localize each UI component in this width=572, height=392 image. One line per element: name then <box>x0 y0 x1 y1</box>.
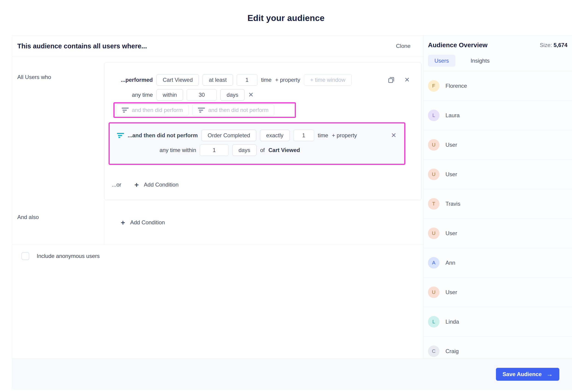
include-anonymous-checkbox[interactable] <box>21 252 29 260</box>
user-list-item[interactable]: U User <box>423 219 572 248</box>
filter-icon <box>198 107 205 113</box>
user-list: F Florence L Laura U User U User T Travi… <box>423 71 572 366</box>
window-value-input[interactable] <box>200 144 229 156</box>
time-suffix-label: time <box>318 132 328 139</box>
avatar-initial: U <box>432 289 436 295</box>
avatar-initial: T <box>432 201 435 207</box>
negative-event-select[interactable]: Order Completed <box>201 130 256 141</box>
plus-icon: + <box>121 219 125 226</box>
and-also-label: And also <box>12 200 104 245</box>
operator-select[interactable]: at least <box>203 74 233 86</box>
avatar: L <box>428 316 440 328</box>
avatar: U <box>428 286 440 298</box>
remove-condition-button[interactable]: ✕ <box>404 77 410 83</box>
user-list-item[interactable]: A Ann <box>423 248 572 278</box>
within-window-row: any time within days of Cart Viewed <box>110 144 404 156</box>
and-then-did-perform-label: and then did perform <box>132 107 183 113</box>
user-name: User <box>445 171 457 178</box>
add-property-button[interactable]: + property <box>332 132 357 139</box>
remove-subcondition-button[interactable]: ✕ <box>391 132 397 139</box>
user-list-item[interactable]: U User <box>423 278 572 307</box>
event-select[interactable]: Cart Viewed <box>157 74 199 86</box>
user-name: Travis <box>445 201 460 207</box>
user-name: User <box>445 142 457 148</box>
avatar: F <box>428 80 440 92</box>
user-list-item[interactable]: U User <box>423 160 572 189</box>
add-or-condition-button[interactable]: + Add Condition <box>134 181 178 188</box>
card-body: All Users who ...performed Cart Viewed a… <box>12 62 423 260</box>
save-audience-button[interactable]: Save Audience → <box>496 368 559 381</box>
audience-size: Size: 5,674 <box>540 42 567 48</box>
and-then-did-not-perform-button[interactable]: and then did not perform <box>192 104 274 116</box>
and-then-did-perform-button[interactable]: and then did perform <box>116 104 189 116</box>
audience-editor-page: Edit your audience This audience contain… <box>0 0 572 392</box>
did-not-perform-prefix-label: ...and then did not perform <box>128 132 198 139</box>
avatar-initial: U <box>432 142 436 148</box>
avatar: T <box>428 198 440 210</box>
and-then-did-not-perform-label: and then did not perform <box>208 107 269 113</box>
user-name: Laura <box>445 112 460 119</box>
footer-bar: Save Audience → <box>12 359 572 390</box>
add-and-condition-button[interactable]: + Add Condition <box>121 219 165 226</box>
overview-header: Audience Overview Size: 5,674 <box>423 35 572 49</box>
row-action-icons: ✕ <box>387 76 421 84</box>
of-label: of <box>260 147 265 153</box>
close-icon: ✕ <box>404 76 410 83</box>
avatar-initial: L <box>432 112 435 118</box>
card-title: This audience contains all users where..… <box>17 42 147 50</box>
add-condition-label: Add Condition <box>144 181 179 188</box>
close-icon: ✕ <box>391 132 397 139</box>
or-add-condition-row: ...or + Add Condition <box>104 179 421 191</box>
anchor-event-label: Cart Viewed <box>269 147 300 153</box>
did-not-perform-row: ...and then did not perform Order Comple… <box>110 130 404 141</box>
close-icon: ✕ <box>248 91 254 98</box>
avatar-initial: U <box>432 230 436 236</box>
plus-icon: + <box>134 181 139 188</box>
negative-operator-select[interactable]: exactly <box>260 130 290 141</box>
audience-editor-card: This audience contains all users where..… <box>12 35 423 390</box>
tab-insights[interactable]: Insights <box>464 55 496 67</box>
avatar: U <box>428 169 440 180</box>
avatar-initial: L <box>432 319 435 325</box>
add-property-button[interactable]: + property <box>275 77 300 83</box>
time-window-button[interactable]: + time window <box>304 74 352 86</box>
save-audience-label: Save Audience <box>503 371 542 377</box>
anonymous-users-row: Include anonymous users <box>12 252 423 260</box>
overview-tabs: Users Insights <box>428 55 572 67</box>
or-label: ...or <box>112 181 121 188</box>
user-list-item[interactable]: F Florence <box>423 71 572 101</box>
user-list-item[interactable]: U User <box>423 130 572 160</box>
time-operator-select[interactable]: within <box>157 89 183 101</box>
count-input[interactable] <box>237 74 257 86</box>
filter-icon <box>122 107 128 113</box>
user-list-item[interactable]: L Linda <box>423 307 572 336</box>
user-name: Florence <box>445 83 467 89</box>
negative-count-input[interactable] <box>293 130 314 141</box>
user-name: User <box>445 289 457 296</box>
sequence-buttons-highlight: and then did perform and then did not pe… <box>113 102 296 118</box>
avatar: A <box>428 257 440 269</box>
tab-users[interactable]: Users <box>428 55 455 67</box>
performed-condition-row: ...performed Cart Viewed at least time +… <box>104 74 421 86</box>
audience-overview-panel: Audience Overview Size: 5,674 Users Insi… <box>423 35 572 390</box>
remove-time-window-button[interactable]: ✕ <box>248 92 254 98</box>
avatar: U <box>428 227 440 239</box>
user-name: Craig <box>445 348 459 354</box>
clone-button[interactable]: Clone <box>396 43 411 49</box>
any-time-within-label: any time within <box>110 147 196 153</box>
any-time-label: any time <box>104 92 153 98</box>
include-anonymous-label: Include anonymous users <box>37 253 100 259</box>
copy-icon <box>387 81 395 85</box>
and-also-section: And also + Add Condition <box>12 200 423 245</box>
user-list-item[interactable]: L Laura <box>423 101 572 130</box>
content-area: This audience contains all users where..… <box>12 35 572 390</box>
all-users-who-label: All Users who <box>17 74 51 80</box>
any-time-row: any time within days ✕ <box>104 89 421 101</box>
condition-group: ...performed Cart Viewed at least time +… <box>104 62 422 200</box>
time-unit-select[interactable]: days <box>220 89 244 101</box>
time-value-input[interactable] <box>187 89 217 101</box>
duplicate-condition-button[interactable] <box>387 76 395 84</box>
time-suffix-label: time <box>261 77 271 83</box>
window-unit-select[interactable]: days <box>232 144 256 156</box>
user-list-item[interactable]: T Travis <box>423 189 572 219</box>
